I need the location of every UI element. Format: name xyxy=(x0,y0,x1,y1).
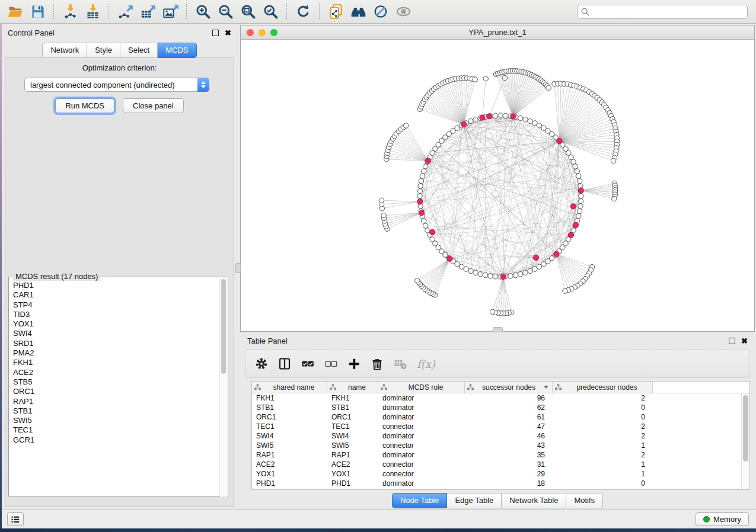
mcds-result-node[interactable]: TID3 xyxy=(13,310,211,319)
cell-shared-name[interactable]: TEC1 xyxy=(252,422,327,431)
cell-shared-name[interactable]: SWI4 xyxy=(252,432,327,440)
cell-predecessor-nodes[interactable]: 2 xyxy=(553,432,653,440)
cell-name[interactable]: YOX1 xyxy=(327,470,378,478)
cell-predecessor-nodes[interactable]: 0 xyxy=(553,403,653,412)
network-canvas[interactable] xyxy=(241,40,754,331)
cell-MCDS-role[interactable]: dominator xyxy=(378,479,465,488)
cell-predecessor-nodes[interactable]: 1 xyxy=(553,441,653,450)
cell-name[interactable]: PHD1 xyxy=(327,479,378,488)
mcds-result-node[interactable]: SRD1 xyxy=(13,339,211,348)
cell-predecessor-nodes[interactable]: 1 xyxy=(553,470,653,478)
memory-button[interactable]: Memory xyxy=(696,512,749,526)
cell-MCDS-role[interactable]: connector xyxy=(378,470,465,478)
column-header-predecessor-nodes[interactable]: predecessor nodes xyxy=(553,382,653,393)
delete-column-button[interactable] xyxy=(371,357,384,370)
table-row[interactable]: FKH1FKH1dominator962 xyxy=(252,393,749,403)
tab-style[interactable]: Style xyxy=(87,43,120,58)
clone-network-button[interactable] xyxy=(324,2,347,21)
import-network-button[interactable] xyxy=(59,2,81,21)
cell-successor-nodes[interactable]: 47 xyxy=(465,422,553,431)
tab-select[interactable]: Select xyxy=(120,43,158,58)
cell-shared-name[interactable]: PHD1 xyxy=(252,479,327,488)
deselect-all-button[interactable] xyxy=(324,357,337,370)
table-row[interactable]: SWI5SWI5connector431 xyxy=(252,441,749,450)
cell-successor-nodes[interactable]: 31 xyxy=(465,460,553,469)
mcds-result-node[interactable]: STB5 xyxy=(13,377,211,387)
open-session-button[interactable] xyxy=(4,2,26,21)
table-row[interactable]: RAP1RAP1dominator352 xyxy=(252,450,749,460)
result-scrollbar[interactable] xyxy=(219,278,227,496)
cell-shared-name[interactable]: FKH1 xyxy=(252,394,327,402)
cell-name[interactable]: RAP1 xyxy=(327,451,378,459)
horizontal-splitter-handle[interactable] xyxy=(493,327,503,332)
tab-edge-table[interactable]: Edge Table xyxy=(447,493,502,508)
task-history-button[interactable] xyxy=(7,512,24,526)
network-window-titlebar[interactable]: YPA_prune.txt_1 xyxy=(241,25,754,40)
cell-predecessor-nodes[interactable]: 2 xyxy=(553,422,653,431)
zoom-selected-button[interactable] xyxy=(259,2,282,21)
table-settings-button[interactable] xyxy=(255,357,268,370)
cell-successor-nodes[interactable]: 43 xyxy=(465,441,553,450)
mcds-result-node[interactable]: YOX1 xyxy=(13,319,211,329)
cell-MCDS-role[interactable]: dominator xyxy=(378,432,465,440)
column-header-name[interactable]: name xyxy=(327,382,378,393)
cell-MCDS-role[interactable]: dominator xyxy=(378,413,465,421)
table-row[interactable]: YOX1YOX1connector291 xyxy=(252,469,749,479)
cell-shared-name[interactable]: SWI5 xyxy=(252,441,327,450)
table-row[interactable]: ORC1ORC1dominator610 xyxy=(252,412,749,422)
export-network-button[interactable] xyxy=(114,2,136,21)
cell-predecessor-nodes[interactable]: 2 xyxy=(553,394,653,402)
cell-name[interactable]: SWI5 xyxy=(327,441,378,450)
cell-shared-name[interactable]: YOX1 xyxy=(252,470,327,478)
zoom-in-button[interactable] xyxy=(192,2,214,21)
column-header-shared-name[interactable]: shared name xyxy=(252,382,327,393)
minimize-window-icon[interactable] xyxy=(259,29,266,36)
cell-successor-nodes[interactable]: 96 xyxy=(465,394,553,402)
cell-name[interactable]: TEC1 xyxy=(327,422,378,431)
cell-predecessor-nodes[interactable]: 2 xyxy=(553,451,653,459)
mcds-result-node[interactable]: ACE2 xyxy=(13,368,211,377)
mcds-result-node[interactable]: PMA2 xyxy=(13,348,211,358)
cell-shared-name[interactable]: RAP1 xyxy=(252,451,327,459)
column-header-MCDS-role[interactable]: MCDS role xyxy=(378,382,465,393)
close-table-panel-icon[interactable]: ✖ xyxy=(741,338,748,344)
mcds-result-node[interactable]: PHD1 xyxy=(13,281,211,290)
close-panel-icon[interactable]: ✖ xyxy=(225,30,231,36)
cell-successor-nodes[interactable]: 46 xyxy=(465,432,553,440)
table-row[interactable]: PHD1PHD1dominator180 xyxy=(252,479,749,488)
mcds-result-node[interactable]: TEC1 xyxy=(13,425,211,435)
mcds-result-node[interactable]: STP4 xyxy=(13,300,211,310)
mcds-result-node[interactable]: CAR1 xyxy=(13,290,211,300)
mcds-result-node[interactable]: FKH1 xyxy=(13,358,211,367)
cell-successor-nodes[interactable]: 61 xyxy=(465,413,553,421)
show-columns-button[interactable] xyxy=(278,357,291,370)
hide-graphics-details-button[interactable] xyxy=(369,2,392,21)
cell-predecessor-nodes[interactable]: 1 xyxy=(553,460,653,469)
import-table-button[interactable] xyxy=(81,2,104,21)
select-all-button[interactable] xyxy=(301,357,314,370)
cell-predecessor-nodes[interactable]: 0 xyxy=(553,479,653,488)
cell-MCDS-role[interactable]: dominator xyxy=(378,403,465,412)
cell-MCDS-role[interactable]: connector xyxy=(378,441,465,450)
tab-node-table[interactable]: Node Table xyxy=(392,493,448,508)
mcds-result-node[interactable]: RAP1 xyxy=(13,397,211,406)
mcds-result-node[interactable]: STB1 xyxy=(13,406,211,416)
tab-mcds[interactable]: MCDS xyxy=(158,43,196,58)
table-row[interactable]: TEC1TEC1connector472 xyxy=(252,422,749,431)
cell-successor-nodes[interactable]: 62 xyxy=(465,403,553,412)
run-mcds-button[interactable]: Run MCDS xyxy=(55,98,114,113)
export-image-button[interactable] xyxy=(159,2,181,21)
cell-predecessor-nodes[interactable]: 0 xyxy=(553,413,653,421)
optimization-criterion-select[interactable]: largest connected component (undirected) xyxy=(24,78,209,92)
cell-MCDS-role[interactable]: dominator xyxy=(378,394,465,402)
result-scrollbar-thumb[interactable] xyxy=(221,279,226,374)
table-scrollbar-thumb[interactable] xyxy=(743,395,748,462)
tab-motifs[interactable]: Motifs xyxy=(566,493,603,508)
cell-name[interactable]: ORC1 xyxy=(327,413,378,421)
mcds-result-node[interactable]: GCR1 xyxy=(13,435,211,445)
mcds-result-node[interactable]: SWI5 xyxy=(13,416,211,425)
refresh-layout-button[interactable] xyxy=(292,2,314,21)
cell-MCDS-role[interactable]: connector xyxy=(378,422,465,431)
cell-successor-nodes[interactable]: 18 xyxy=(465,479,553,488)
cell-shared-name[interactable]: ORC1 xyxy=(252,413,327,421)
